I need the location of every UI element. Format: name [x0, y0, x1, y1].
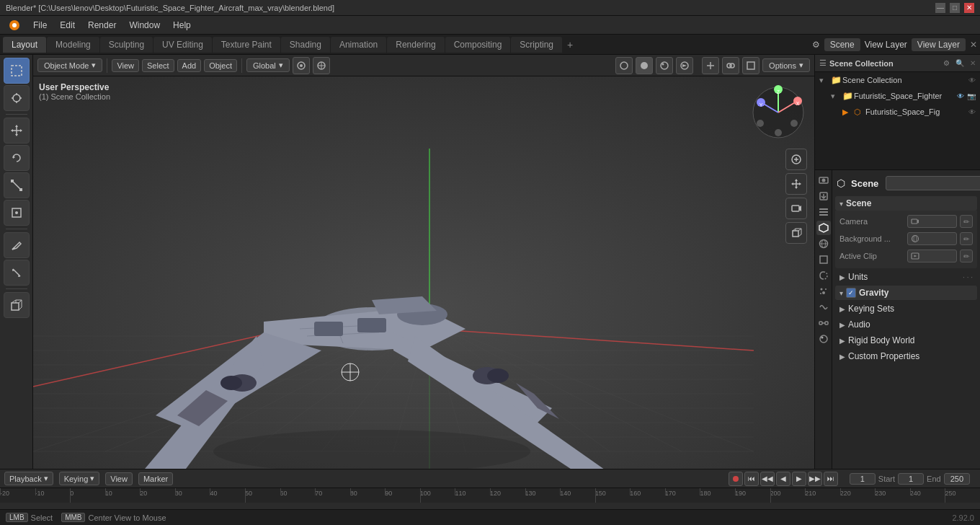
background-edit-button[interactable]: ✏ — [960, 232, 973, 245]
viewport-shade-rendered[interactable] — [676, 57, 693, 74]
start-frame-input[interactable]: 1 — [898, 473, 924, 485]
measure-tool[interactable] — [4, 260, 30, 286]
constraints-properties-tab[interactable] — [816, 316, 831, 330]
tab-uv-editing[interactable]: UV Editing — [153, 37, 212, 53]
scene-section-header[interactable]: ▾ Scene — [835, 196, 977, 211]
toggle-ortho-button[interactable] — [785, 222, 807, 244]
tab-rendering[interactable]: Rendering — [387, 37, 444, 53]
tab-compositing[interactable]: Compositing — [445, 37, 511, 53]
outliner-space-fighter[interactable]: ▾ 📁 Futuristic_Space_Fighter 👁 📷 — [815, 88, 980, 104]
scene-name[interactable]: Scene — [824, 38, 860, 51]
outliner-search-icon[interactable]: 🔍 — [956, 59, 964, 67]
transform-orientation[interactable]: Global ▾ — [246, 58, 290, 72]
current-frame-display[interactable]: 1 — [850, 473, 876, 485]
active-clip-value[interactable] — [907, 250, 957, 262]
scale-tool[interactable] — [4, 172, 30, 198]
move-tool[interactable] — [4, 118, 30, 144]
tab-layout[interactable]: Layout — [3, 37, 46, 53]
camera-view-button[interactable] — [785, 198, 807, 219]
viewport[interactable]: Object Mode ▾ View Select Add Object Glo… — [33, 55, 814, 469]
marker-menu[interactable]: Marker — [138, 472, 173, 485]
step-back-single-button[interactable]: ◀ — [776, 472, 790, 486]
select-box-tool[interactable] — [4, 58, 30, 84]
record-button[interactable] — [729, 472, 743, 486]
keying-menu[interactable]: Keying ▾ — [59, 472, 100, 485]
menu-file[interactable]: File — [27, 19, 53, 32]
cursor-tool[interactable] — [4, 85, 30, 111]
menu-edit[interactable]: Edit — [54, 19, 81, 32]
pan-tool[interactable] — [785, 173, 807, 195]
world-properties-tab[interactable] — [816, 237, 831, 251]
viewport-canvas[interactable]: User Perspective (1) Scene Collection Z … — [33, 76, 814, 469]
viewport-navigation-gizmo[interactable]: Z X Y — [749, 84, 807, 141]
render-properties-tab[interactable] — [816, 173, 831, 188]
units-section-header[interactable]: ▶ Units · · · — [835, 270, 977, 284]
proportional-edit[interactable] — [313, 57, 330, 74]
menu-render[interactable]: Render — [82, 19, 122, 32]
keying-sets-header[interactable]: ▶ Keying Sets — [835, 301, 977, 316]
playback-menu[interactable]: Playback ▾ — [4, 472, 53, 485]
outliner-scene-collection[interactable]: ▾ 📁 Scene Collection 👁 — [815, 72, 980, 88]
rotate-tool[interactable] — [4, 145, 30, 171]
step-forward-button[interactable]: ▶▶ — [808, 472, 822, 486]
menu-window[interactable]: Window — [123, 19, 166, 32]
play-button[interactable]: ▶ — [792, 472, 806, 486]
tab-scripting[interactable]: Scripting — [511, 37, 562, 53]
outliner-filter-icon[interactable]: ⚙ — [943, 59, 950, 67]
options-dropdown[interactable]: Options ▾ — [762, 58, 810, 72]
viewport-overlays[interactable] — [722, 57, 739, 74]
viewport-shade-wireframe[interactable] — [615, 57, 633, 74]
sf-visibility-icon[interactable]: 👁 — [957, 92, 964, 100]
tab-modeling[interactable]: Modeling — [47, 37, 99, 53]
xray-toggle[interactable] — [742, 57, 760, 74]
step-back-button[interactable]: ◀◀ — [760, 472, 775, 486]
maximize-button[interactable]: □ — [950, 3, 960, 13]
tab-texture-paint[interactable]: Texture Paint — [213, 37, 280, 53]
viewport-shade-solid[interactable] — [636, 57, 653, 74]
add-menu[interactable]: Add — [177, 59, 202, 72]
viewport-gizmo-toggle[interactable] — [702, 57, 719, 74]
add-cube-tool[interactable] — [4, 292, 30, 318]
custom-properties-header[interactable]: ▶ Custom Properties — [835, 349, 977, 363]
minimize-button[interactable]: — — [935, 3, 945, 13]
sf-camera-icon[interactable]: 📷 — [967, 92, 976, 100]
props-search-input[interactable] — [886, 176, 980, 190]
material-properties-tab[interactable] — [816, 332, 831, 346]
camera-value[interactable] — [907, 215, 957, 228]
outliner-space-fig[interactable]: ▶ ⬡ Futuristic_Space_Fig 👁 — [815, 104, 980, 120]
visibility-icon[interactable]: 👁 — [968, 76, 976, 84]
timeline-ruler[interactable]: -20-100102030405060708090100110120130140… — [0, 488, 980, 503]
annotate-tool[interactable] — [4, 232, 30, 258]
transform-tool[interactable] — [4, 200, 30, 226]
gravity-section-header[interactable]: ▾ ✓ Gravity — [835, 286, 977, 300]
add-workspace-button[interactable]: + — [563, 38, 577, 52]
tab-animation[interactable]: Animation — [331, 37, 386, 53]
background-value[interactable] — [907, 232, 957, 245]
close-button[interactable]: ✕ — [964, 3, 974, 13]
viewport-shade-material[interactable] — [656, 57, 673, 74]
close-workspace-icon[interactable]: ✕ — [970, 40, 977, 50]
jump-to-end-button[interactable]: ⏭ — [824, 472, 838, 486]
outliner-close-icon[interactable]: ✕ — [970, 59, 976, 67]
particles-properties-tab[interactable] — [816, 284, 831, 299]
menu-blender[interactable] — [3, 18, 26, 32]
modifier-properties-tab[interactable] — [816, 268, 831, 283]
active-clip-edit-button[interactable]: ✏ — [960, 250, 973, 262]
object-properties-tab[interactable] — [816, 252, 831, 267]
physics-properties-tab[interactable] — [816, 300, 831, 314]
gravity-checkbox[interactable]: ✓ — [846, 288, 856, 298]
viewlayer-name[interactable]: View Layer — [912, 38, 966, 51]
camera-edit-button[interactable]: ✏ — [960, 215, 973, 228]
zoom-in-button[interactable] — [785, 149, 807, 170]
menu-help[interactable]: Help — [167, 19, 197, 32]
end-frame-input[interactable]: 250 — [944, 473, 970, 485]
tab-shading[interactable]: Shading — [281, 37, 330, 53]
scene-properties-tab[interactable] — [816, 221, 831, 235]
view-menu[interactable]: View — [112, 59, 139, 72]
select-menu[interactable]: Select — [142, 59, 174, 72]
view-menu-timeline[interactable]: View — [105, 472, 133, 485]
object-menu[interactable]: Object — [204, 59, 237, 72]
audio-header[interactable]: ▶ Audio — [835, 317, 977, 332]
fig-visibility-icon[interactable]: 👁 — [968, 108, 976, 116]
rigid-body-world-header[interactable]: ▶ Rigid Body World — [835, 333, 977, 348]
